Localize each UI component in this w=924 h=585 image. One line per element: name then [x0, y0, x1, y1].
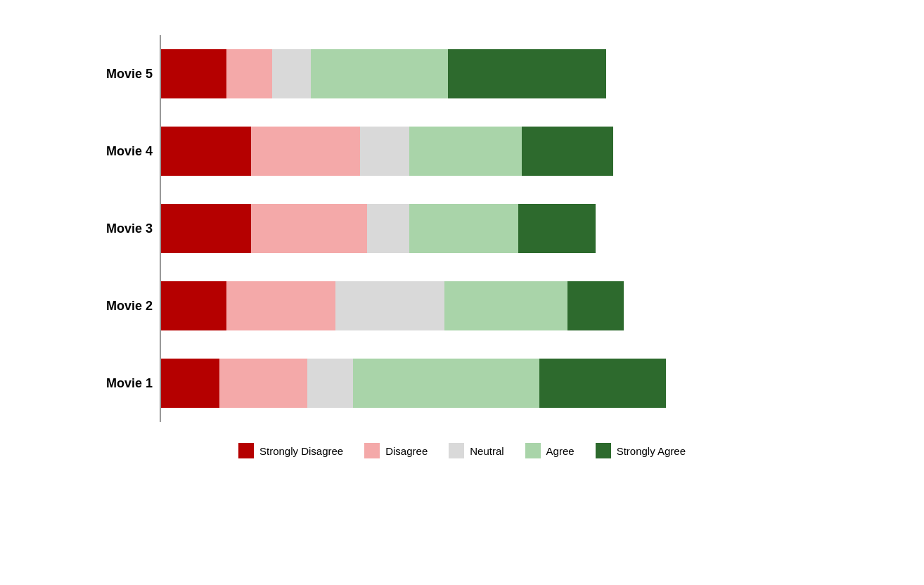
legend-item: Neutral	[449, 443, 503, 458]
bar-segment-disagree	[251, 204, 367, 253]
bar-segment-strongly_disagree	[160, 127, 251, 176]
bar-segment-neutral	[307, 359, 353, 408]
bar-segment-disagree	[219, 359, 307, 408]
legend-label: Agree	[546, 445, 575, 457]
legend-item: Disagree	[364, 443, 428, 458]
bar-segment-strongly_agree	[522, 127, 613, 176]
row-label: Movie 4	[82, 144, 153, 159]
bar-segment-agree	[409, 127, 522, 176]
bar-segment-strongly_disagree	[160, 49, 226, 98]
row-label: Movie 2	[82, 299, 153, 314]
bar-segment-agree	[311, 49, 448, 98]
legend-swatch	[364, 443, 380, 458]
bar-container	[160, 127, 613, 176]
legend: Strongly DisagreeDisagreeNeutralAgreeStr…	[238, 443, 686, 458]
bar-segment-strongly_agree	[539, 359, 666, 408]
legend-label: Disagree	[385, 445, 428, 457]
chart-row: Movie 2	[160, 267, 849, 345]
bar-segment-strongly_agree	[518, 204, 596, 253]
bar-container	[160, 204, 596, 253]
bar-segment-strongly_disagree	[160, 359, 219, 408]
chart-row: Movie 4	[160, 112, 849, 190]
bar-segment-neutral	[335, 281, 444, 330]
bar-segment-neutral	[360, 127, 409, 176]
legend-swatch	[449, 443, 464, 458]
legend-item: Agree	[525, 443, 575, 458]
bar-segment-agree	[353, 359, 539, 408]
chart-wrapper: Movie 5Movie 4Movie 3Movie 2Movie 1	[75, 35, 849, 422]
bar-segment-strongly_agree	[567, 281, 624, 330]
legend-label: Neutral	[470, 445, 503, 457]
chart-row: Movie 5	[160, 35, 849, 112]
chart-area: Movie 5Movie 4Movie 3Movie 2Movie 1	[75, 35, 849, 422]
bar-segment-disagree	[226, 49, 272, 98]
bar-segment-neutral	[367, 204, 409, 253]
bar-container	[160, 49, 606, 98]
y-axis-line	[160, 35, 161, 422]
bar-segment-agree	[444, 281, 567, 330]
bar-segment-strongly_disagree	[160, 281, 226, 330]
bar-container	[160, 281, 624, 330]
bar-segment-disagree	[226, 281, 335, 330]
legend-swatch	[525, 443, 541, 458]
legend-item: Strongly Disagree	[238, 443, 343, 458]
chart-row: Movie 3	[160, 190, 849, 267]
bar-segment-neutral	[272, 49, 311, 98]
legend-swatch	[238, 443, 254, 458]
bar-container	[160, 359, 666, 408]
bar-segment-strongly_agree	[448, 49, 606, 98]
bar-segment-strongly_disagree	[160, 204, 251, 253]
row-label: Movie 5	[82, 67, 153, 82]
bar-segment-agree	[409, 204, 518, 253]
row-label: Movie 1	[82, 376, 153, 391]
bar-segment-disagree	[251, 127, 360, 176]
legend-item: Strongly Agree	[596, 443, 686, 458]
legend-label: Strongly Agree	[617, 445, 686, 457]
row-label: Movie 3	[82, 221, 153, 236]
chart-row: Movie 1	[160, 345, 849, 422]
legend-swatch	[596, 443, 611, 458]
legend-label: Strongly Disagree	[259, 445, 343, 457]
